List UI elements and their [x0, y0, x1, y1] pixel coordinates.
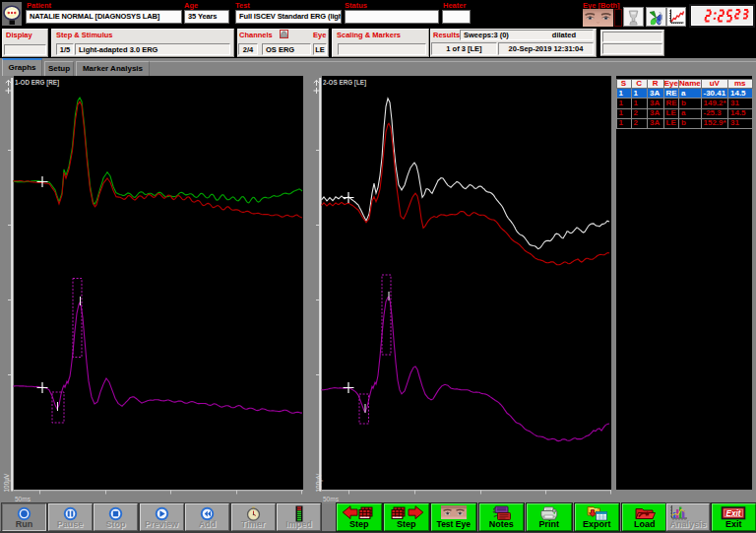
- svg-text:Exit: Exit: [726, 509, 741, 518]
